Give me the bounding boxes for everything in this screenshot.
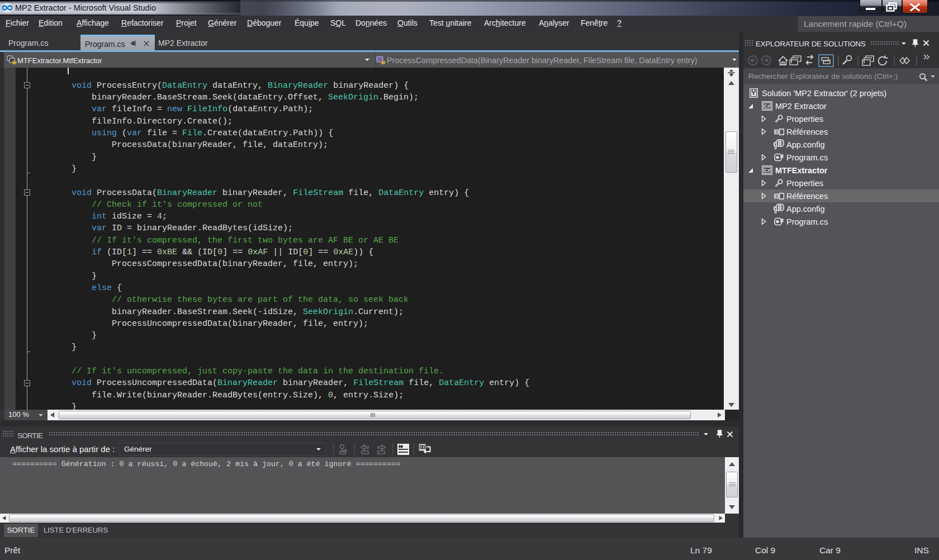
svg-text:C#: C# [764, 103, 770, 109]
svg-text:C#: C# [764, 168, 770, 173]
